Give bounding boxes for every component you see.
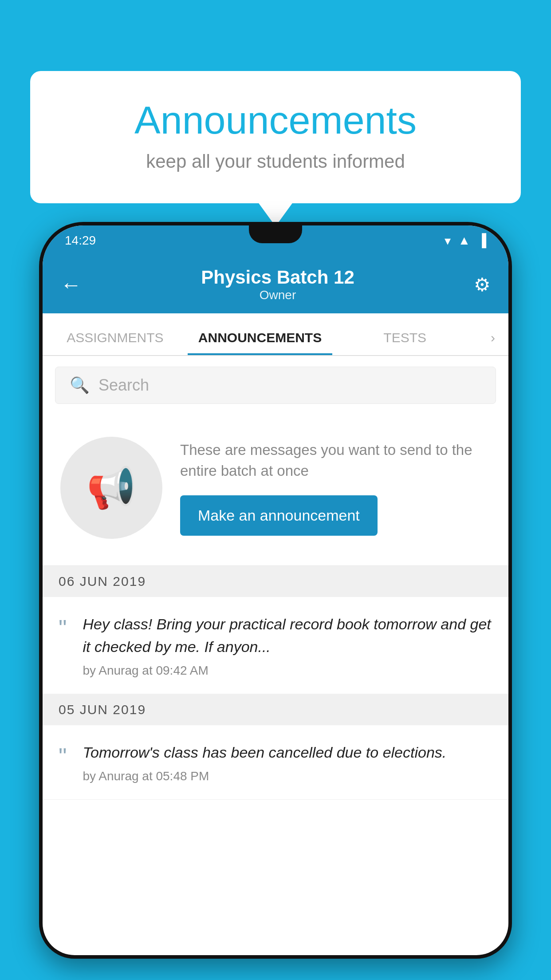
quote-icon-1: " [59,616,67,640]
tab-announcements[interactable]: ANNOUNCEMENTS [188,330,333,355]
phone-notch [249,225,302,243]
announcement-prompt: 📢 These are messages you want to send to… [43,415,508,566]
tab-tests[interactable]: TESTS [332,330,477,355]
announcement-content-1: Hey class! Bring your practical record b… [83,613,492,678]
announcement-item-2: " Tomorrow's class has been cancelled du… [43,725,508,800]
speech-bubble-title: Announcements [66,98,485,143]
status-time: 14:29 [65,233,96,248]
wifi-icon: ▾ [445,233,451,248]
search-icon: 🔍 [70,376,90,395]
prompt-right: These are messages you want to send to t… [180,440,491,535]
date-separator-2: 05 JUN 2019 [43,694,508,725]
announcement-meta-1: by Anurag at 09:42 AM [83,664,492,678]
date-separator-1: 06 JUN 2019 [43,566,508,597]
speech-bubble-container: Announcements keep all your students inf… [30,71,521,203]
quote-icon-2: " [59,745,67,768]
megaphone-circle: 📢 [60,437,162,539]
search-bar[interactable]: 🔍 Search [55,367,496,404]
prompt-description: These are messages you want to send to t… [180,440,491,481]
header-title: Physics Batch 12 [201,267,354,288]
back-button[interactable]: ← [60,273,82,297]
announcement-text-1: Hey class! Bring your practical record b… [83,613,492,658]
announcement-item-1: " Hey class! Bring your practical record… [43,597,508,694]
tab-more[interactable]: › [477,330,508,355]
status-icons: ▾ ▲ ▐ [445,233,486,248]
make-announcement-button[interactable]: Make an announcement [180,495,378,536]
battery-icon: ▐ [477,233,486,248]
search-container: 🔍 Search [43,356,508,415]
announcement-content-2: Tomorrow's class has been cancelled due … [83,741,492,783]
app-header: ← Physics Batch 12 Owner ⚙ [43,256,508,313]
gear-icon[interactable]: ⚙ [474,274,491,296]
header-center: Physics Batch 12 Owner [201,267,354,302]
search-placeholder: Search [98,376,149,395]
announcement-meta-2: by Anurag at 05:48 PM [83,769,492,783]
phone-inner: 14:29 ▾ ▲ ▐ ← Physics Batch 12 Owner ⚙ [43,225,508,955]
tabs-container: ASSIGNMENTS ANNOUNCEMENTS TESTS › [43,313,508,356]
header-subtitle: Owner [201,288,354,302]
megaphone-icon: 📢 [87,465,136,511]
phone-container: 14:29 ▾ ▲ ▐ ← Physics Batch 12 Owner ⚙ [39,222,512,980]
phone-outer: 14:29 ▾ ▲ ▐ ← Physics Batch 12 Owner ⚙ [39,222,512,959]
announcement-text-2: Tomorrow's class has been cancelled due … [83,741,492,764]
speech-bubble-subtitle: keep all your students informed [66,151,485,172]
tab-assignments[interactable]: ASSIGNMENTS [43,330,188,355]
speech-bubble: Announcements keep all your students inf… [30,71,521,203]
signal-icon: ▲ [458,233,470,248]
